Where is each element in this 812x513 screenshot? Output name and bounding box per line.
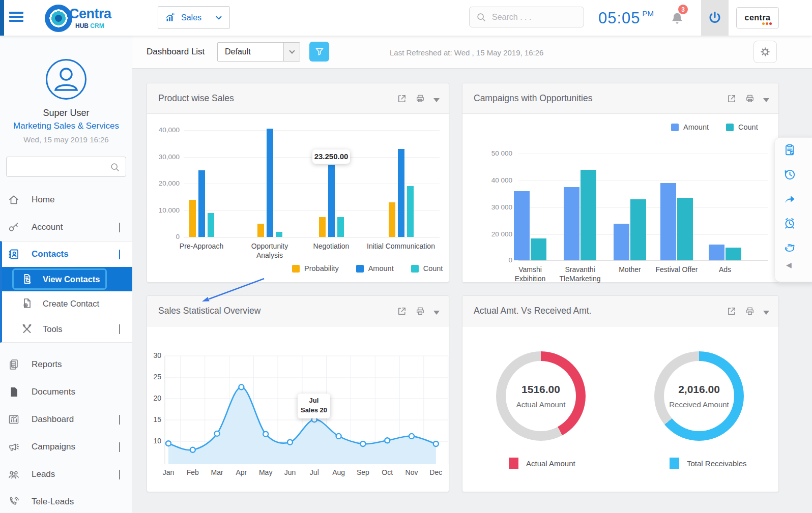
user-avatar[interactable] bbox=[46, 59, 86, 100]
sidebar-item-account[interactable]: Account bbox=[0, 214, 132, 241]
bar-Count-Opportunity-Analysis[interactable] bbox=[276, 232, 282, 237]
data-point-Dec[interactable] bbox=[433, 441, 439, 446]
bar-Amount-Vamshi-Exbihition[interactable] bbox=[514, 191, 530, 260]
bar-Probability-Pre-Approach[interactable] bbox=[189, 200, 196, 237]
data-point-Jun[interactable] bbox=[287, 440, 293, 445]
data-point-May[interactable] bbox=[263, 432, 268, 437]
expand-icon[interactable] bbox=[727, 94, 737, 104]
data-point-Mar[interactable] bbox=[215, 431, 220, 436]
top-bar: Centra HUB CRM $ Sales 05:05PM 3 centra bbox=[0, 0, 812, 36]
sync-360-icon[interactable]: 360 bbox=[775, 235, 812, 260]
print-icon[interactable] bbox=[745, 94, 755, 104]
x-axis-label: Dec bbox=[425, 468, 447, 477]
sidebar-item-contacts[interactable]: Contacts bbox=[2, 242, 132, 267]
hamburger-menu-icon[interactable] bbox=[9, 12, 23, 24]
data-point-Apr[interactable] bbox=[239, 384, 244, 389]
sidebar-item-reports[interactable]: Reports bbox=[0, 351, 132, 378]
expand-icon[interactable] bbox=[397, 306, 407, 316]
card-header: Sales Statistical Overview bbox=[147, 296, 449, 326]
bar-Count-Ads[interactable] bbox=[726, 248, 741, 261]
bar-Count-Mother[interactable] bbox=[630, 199, 646, 260]
sidebar-search-input[interactable] bbox=[7, 157, 103, 175]
bar-Amount-Festival-Offer[interactable] bbox=[660, 183, 676, 260]
bar-Amount-Ads[interactable] bbox=[709, 245, 724, 260]
bar-Probability-Opportunity-Analysis[interactable] bbox=[257, 224, 264, 237]
y-axis-tick: 20 000 bbox=[481, 230, 512, 238]
sidebar-item-home[interactable]: Home bbox=[0, 186, 132, 214]
dashboard-view-select[interactable]: Default bbox=[217, 42, 300, 62]
sidebar-item-campaigns[interactable]: Campaigns bbox=[0, 433, 132, 461]
bar-Count-Initial-Communication[interactable] bbox=[407, 186, 414, 237]
y-axis-tick: 0 bbox=[151, 233, 180, 240]
bar-Count-Vamshi-Exbihition[interactable] bbox=[531, 238, 546, 260]
bar-Count-Sravanthi-TleMarketing[interactable] bbox=[581, 170, 596, 260]
sidebar-item-tele-leads[interactable]: Tele-Leads bbox=[0, 488, 132, 513]
x-axis-label: Mar bbox=[206, 468, 228, 477]
centrahub-crm-logo: Centra HUB CRM bbox=[45, 4, 111, 33]
donut-label: Actual Amount bbox=[516, 400, 566, 409]
card-header: Campaigns with Opportunities bbox=[462, 83, 778, 114]
logout-power-button[interactable] bbox=[701, 0, 729, 36]
sidebar-item-leads[interactable]: Leads bbox=[0, 461, 132, 488]
sales-statistical-chart: 3025201510JanFebMarAprMayJunJulAugSepOct… bbox=[147, 326, 449, 493]
contacts-icon bbox=[7, 248, 20, 260]
sidebar-item-dashboard[interactable]: Dashboard bbox=[0, 406, 132, 433]
y-axis-tick: 40,000 bbox=[151, 126, 180, 134]
user-organization[interactable]: Marketing Sales & Services bbox=[0, 121, 132, 131]
module-select[interactable]: $ Sales bbox=[158, 6, 230, 29]
bar-Count-Festival-Offer[interactable] bbox=[677, 198, 693, 260]
x-axis-label: Sravanthi TleMarketing bbox=[555, 265, 605, 283]
edge-accent-strip bbox=[0, 0, 4, 36]
x-axis-label: Feb bbox=[182, 468, 204, 477]
notification-badge: 3 bbox=[678, 5, 688, 14]
bar-Amount-Pre-Approach[interactable] bbox=[198, 170, 205, 237]
bar-Amount-Negotiation[interactable] bbox=[328, 165, 335, 237]
sidebar-item-view-contacts[interactable]: View Contacts bbox=[2, 267, 132, 291]
tele-leads-icon bbox=[7, 496, 20, 508]
dashboard-view-value: Default bbox=[225, 47, 251, 56]
history-clock-icon[interactable] bbox=[775, 162, 812, 187]
bar-Count-Negotiation[interactable] bbox=[337, 217, 344, 237]
share-arrow-icon[interactable] bbox=[775, 187, 812, 211]
bar-Probability-Negotiation[interactable] bbox=[319, 217, 326, 237]
tasks-clipboard-icon[interactable] bbox=[775, 138, 812, 162]
gridline bbox=[518, 180, 768, 181]
chevron-up-icon bbox=[119, 250, 120, 259]
global-search-input[interactable] bbox=[492, 13, 573, 22]
bar-Amount-Opportunity-Analysis[interactable] bbox=[267, 129, 273, 237]
expand-icon[interactable] bbox=[727, 306, 737, 316]
sidebar-item-create-contact[interactable]: Create Contact bbox=[2, 291, 132, 316]
collapse-caret-icon[interactable] bbox=[763, 308, 769, 315]
bar-Probability-Initial-Communication[interactable] bbox=[389, 202, 395, 237]
x-axis-label: Ads bbox=[705, 265, 745, 275]
collapse-caret-icon[interactable] bbox=[433, 308, 440, 315]
sidebar-item-documents[interactable]: Documents bbox=[0, 378, 132, 406]
data-point-Feb[interactable] bbox=[190, 447, 195, 452]
collapse-caret-icon[interactable] bbox=[763, 96, 769, 102]
print-icon[interactable] bbox=[415, 94, 425, 104]
gridline bbox=[184, 130, 440, 131]
data-point-Sep[interactable] bbox=[360, 441, 365, 446]
panel-collapse-icon[interactable]: ◀ bbox=[775, 261, 812, 269]
print-icon[interactable] bbox=[745, 306, 755, 316]
actual-amount-donut[interactable]: 1516.00 Actual Amount bbox=[496, 351, 586, 441]
legend-item: Probability bbox=[292, 264, 339, 273]
filter-button[interactable] bbox=[309, 42, 329, 62]
dashboard-settings-button[interactable] bbox=[753, 41, 777, 63]
data-point-Nov[interactable] bbox=[409, 434, 414, 439]
expand-icon[interactable] bbox=[397, 94, 407, 104]
bar-Count-Pre-Approach[interactable] bbox=[208, 213, 214, 237]
print-icon[interactable] bbox=[415, 306, 425, 316]
data-point-Jan[interactable] bbox=[166, 441, 171, 446]
collapse-caret-icon[interactable] bbox=[433, 96, 440, 102]
data-point-Aug[interactable] bbox=[336, 434, 341, 439]
received-amount-donut[interactable]: 2,016.00 Received Amount bbox=[654, 351, 744, 441]
sidebar-item-tools[interactable]: Tools bbox=[2, 316, 132, 342]
bar-Amount-Initial-Communication[interactable] bbox=[398, 149, 404, 237]
alarm-clock-icon[interactable] bbox=[775, 211, 812, 235]
card-actions bbox=[397, 306, 440, 316]
donut-charts: 1516.00 Actual Amount 2,016.00 Received … bbox=[462, 326, 778, 493]
bar-Amount-Sravanthi-TleMarketing[interactable] bbox=[564, 187, 579, 260]
bar-Amount-Mother[interactable] bbox=[614, 224, 629, 260]
data-point-Oct[interactable] bbox=[385, 438, 390, 443]
